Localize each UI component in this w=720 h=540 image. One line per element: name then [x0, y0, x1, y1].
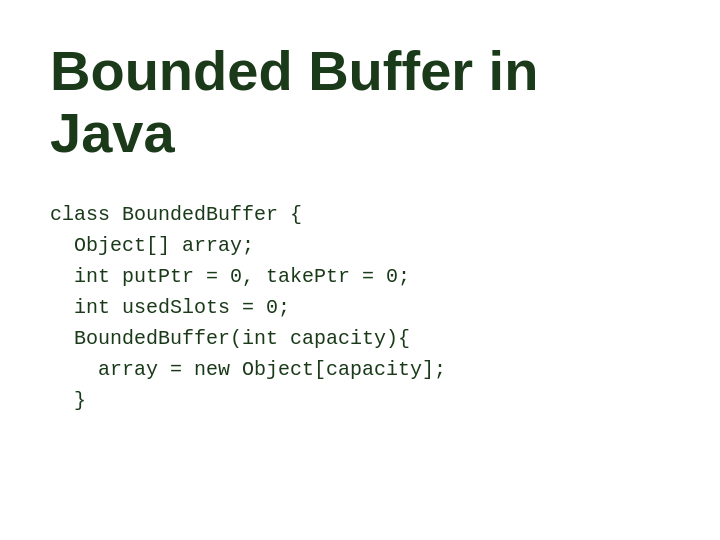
code-block: class BoundedBuffer { Object[] array; in…	[50, 199, 670, 416]
slide-title: Bounded Buffer in Java	[50, 40, 670, 163]
slide-container: Bounded Buffer in Java class BoundedBuff…	[0, 0, 720, 540]
